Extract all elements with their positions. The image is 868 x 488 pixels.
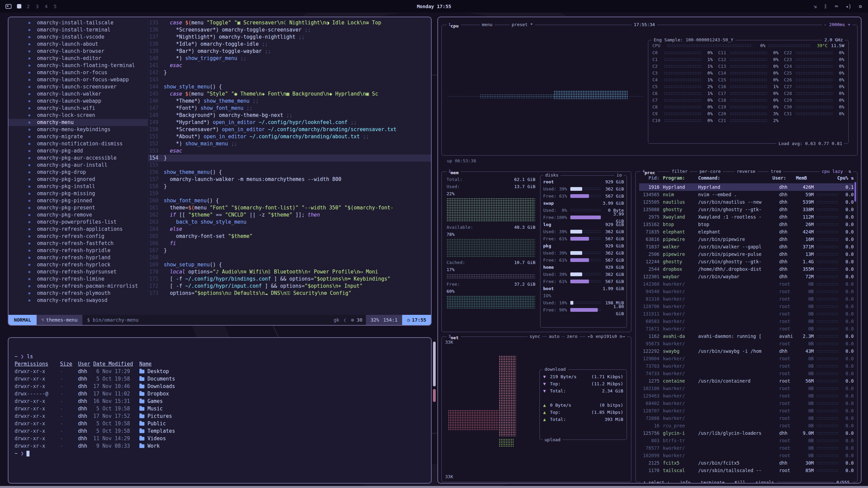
code-line[interactable]: 150 *Screensaver*) open_in_editor ~/.con… — [148, 126, 431, 133]
process-row[interactable]: 72088 kworker/ root 0B 0.0 — [639, 414, 854, 422]
per-core-button[interactable]: per-core — [697, 169, 723, 174]
process-row[interactable]: 76577 kworker/ root 0B 0.0 — [639, 444, 854, 452]
file-item[interactable]: ✱ omarchy-menu — [8, 119, 148, 126]
file-item[interactable]: ✱ omarchy-refresh-hyprland — [8, 254, 148, 261]
code-line[interactable]: 152 *) show_main_menu ;; — [148, 140, 431, 147]
file-item[interactable]: ✱ omarchy-install-tailscale — [8, 19, 148, 26]
file-item[interactable]: ✱ omarchy-lock-screen — [8, 112, 148, 119]
code-editor[interactable]: 135 case $(menu "Toggle" "▣ Screensaver\… — [148, 17, 431, 315]
process-row[interactable]: 73703 kworker/ root 0B 0.0 — [639, 362, 854, 370]
process-row[interactable]: 2125 fcitx5 /usr/bin/fcitx5 dhh 30M 0.0 — [639, 459, 854, 467]
file-item[interactable]: ✱ omarchy-pkg-aur-install — [8, 162, 148, 169]
screencast-icon[interactable]: ⇲ — [814, 3, 817, 9]
process-row[interactable]: 142360 kworker/ root 0B 0.0 — [639, 280, 854, 288]
code-line[interactable]: 159 — [148, 190, 431, 197]
file-item[interactable]: ✱ omarchy-powerprofiles-list — [8, 219, 148, 226]
code-line[interactable]: 147 *Font*) show_font_menu ;; — [148, 105, 431, 112]
process-row[interactable]: 1170 tailscal /usr/sbin/tailscaled -- ro… — [639, 467, 854, 474]
code-line[interactable]: 158 } — [148, 183, 431, 190]
code-line[interactable]: 153 esac — [148, 147, 431, 155]
process-row[interactable]: 125756 glycin-i /usr/lib/glycin-loaders … — [639, 429, 854, 437]
file-item[interactable]: ✱ omarchy-pkg-install — [8, 183, 148, 190]
sort-arrows-icon[interactable]: ⇅ — [846, 169, 853, 174]
file-item[interactable]: ✱ omarchy-launch-wifi — [8, 105, 148, 112]
process-row[interactable]: 128706 kworker/ root 0B 0.0 — [639, 303, 854, 310]
process-row[interactable]: 68583 kworker/ root 0B 0.0 — [639, 318, 854, 325]
process-row[interactable]: 2544 dropbox /home/dhh/.dropbox-dist dhh… — [639, 265, 854, 273]
keyboard-icon[interactable]: ⌨ — [835, 3, 838, 9]
io-mode-button[interactable]: io — [614, 172, 624, 178]
code-line[interactable]: 140 *) show_trigger_menu ;; — [148, 55, 431, 62]
prompt-line-2[interactable]: ~ ❯ — [15, 450, 431, 457]
reverse-button[interactable]: reverse — [735, 169, 757, 174]
process-row[interactable]: 129004 kworker/ root 0B 0.0 — [639, 355, 854, 362]
file-item[interactable]: ✱ omarchy-refresh-plymouth — [8, 290, 148, 297]
code-line[interactable]: 168 — [148, 254, 431, 261]
file-item[interactable]: ✱ omarchy-pkg-present — [8, 204, 148, 211]
process-row[interactable]: 134565 nvim nvim --embed . dhh 59M 0.0 — [639, 191, 854, 198]
file-item[interactable]: ✱ omarchy-refresh-hyprlock — [8, 261, 148, 268]
footer-action[interactable]: signals — [755, 480, 774, 484]
footer-action[interactable]: info — [680, 480, 690, 484]
code-line[interactable]: 135 case $(menu "Toggle" "▣ Screensaver\… — [148, 19, 431, 26]
process-row[interactable]: 102099 kworker/ root 0B 0.0 — [639, 452, 854, 459]
code-line[interactable]: 157 omarchy-launch-walker -m menus:omarc… — [148, 176, 431, 183]
process-row[interactable]: 122292 swaybg /usr/bin/swaybg -i /hom dh… — [639, 347, 854, 355]
code-line[interactable]: 169 show_setup_menu() { — [148, 261, 431, 268]
code-line[interactable]: 148 *Background*) omarchy-theme-bg-next … — [148, 112, 431, 119]
code-line[interactable]: 144 show_style_menu() { — [148, 83, 431, 90]
code-line[interactable]: 161 theme=$(menu "Font" "$(omarchy-font-… — [148, 204, 431, 211]
omarchy-logo-icon[interactable] — [5, 4, 12, 9]
code-line[interactable]: 141 esac — [148, 62, 431, 69]
process-row[interactable]: 68402 kworker/ root 0B 0.0 — [639, 400, 854, 407]
code-line[interactable]: 170 local options="♪ Audio\n≋ Wifi\nᛒ Bl… — [148, 268, 431, 276]
process-row[interactable]: 2506 pipewire /usr/bin/pipewire-pulse dh… — [639, 250, 854, 258]
code-line[interactable]: 156 show_theme_menu() { — [148, 169, 431, 176]
file-item[interactable]: ✱ omarchy-launch-or-focus — [8, 69, 148, 76]
code-line[interactable]: 163 back_to show_style_menu — [148, 219, 431, 226]
file-item[interactable]: ✱ omarchy-refresh-hypridle — [8, 247, 148, 254]
net-zero-button[interactable]: zero — [565, 334, 579, 339]
btop-menu-button[interactable]: menu — [480, 22, 494, 27]
filter-button[interactable]: filter — [670, 169, 690, 174]
btop-window[interactable]: 1cpu menu preset * 17:55:34 - 2000ms + E… — [437, 17, 862, 484]
code-line[interactable]: 139 *Bar*) omarchy-toggle-waybar ;; — [148, 48, 431, 55]
process-row[interactable]: 2975 Xwayland Xwayland :1 -rootless - dh… — [639, 213, 854, 221]
file-item[interactable]: ✱ omarchy-install-terminal — [8, 26, 148, 34]
net-sync-button[interactable]: sync — [528, 334, 542, 339]
file-item[interactable]: ✱ omarchy-pkg-drop — [8, 169, 148, 176]
file-item[interactable]: ✱ omarchy-launch-about — [8, 41, 148, 48]
workspace-button[interactable]: 2 — [27, 4, 29, 9]
process-row[interactable]: 122301 waybar /usr/bin/waybar dhh 72M 0.… — [639, 273, 854, 280]
process-row[interactable]: 74733 kworker/ root 0B 0.0 — [639, 370, 854, 377]
bluetooth-icon[interactable]: ᛒ — [824, 3, 827, 9]
file-item[interactable]: ✱ omarchy-pkg-ignored — [8, 176, 148, 183]
file-item[interactable]: ✱ omarchy-refresh-config — [8, 233, 148, 240]
file-item[interactable]: ✱ omarchy-launch-screensaver — [8, 83, 148, 90]
code-line[interactable]: 162 if [[ "$theme" == "CNCLD" || -z "$th… — [148, 211, 431, 219]
terminal-window[interactable]: ~ ❯ ls PermissionsSizeUserDate ModifiedN… — [8, 337, 432, 484]
file-item[interactable]: ✱ omarchy-launch-editor — [8, 55, 148, 62]
code-line[interactable]: 142 } — [148, 69, 431, 76]
process-row[interactable]: 71835 elephant elephant dhh 424M 0.0 — [639, 228, 854, 236]
process-row[interactable]: 1916 Hyprland Hyprland dhh 426M 0.1 — [639, 183, 854, 191]
file-item[interactable]: ✱ omarchy-launch-or-focus-webapp — [8, 76, 148, 83]
net-auto-button[interactable]: auto — [547, 334, 561, 339]
file-item[interactable]: ✱ omarchy-refresh-swayosd — [8, 297, 148, 304]
settings-icon[interactable]: ⚙ — [859, 3, 862, 9]
process-row[interactable]: 1162 avahi-da avahi-daemon: running [ av… — [639, 332, 854, 340]
file-item[interactable]: ✱ omarchy-migrate — [8, 133, 148, 140]
file-item[interactable]: ✱ omarchy-launch-webapp — [8, 98, 148, 105]
file-item[interactable]: ✱ omarchy-install-vscode — [8, 34, 148, 41]
file-item[interactable]: ✱ omarchy-launch-floating-terminal — [8, 62, 148, 69]
process-scrollbar[interactable] — [854, 182, 856, 202]
process-row[interactable]: 129463 kworker/ root 0B 0.0 — [639, 392, 854, 400]
workspace-active-indicator[interactable] — [17, 4, 21, 8]
file-item[interactable]: ✱ omarchy-pkg-remove — [8, 211, 148, 219]
process-row[interactable]: 12244 ghostty /usr/bin/ghostty --gtk- dh… — [639, 258, 854, 265]
btop-preset-button[interactable]: preset * — [510, 22, 535, 27]
file-item[interactable]: ✱ omarchy-refresh-applications — [8, 226, 148, 233]
code-line[interactable]: 154 } — [148, 155, 431, 162]
file-item[interactable]: ✱ omarchy-menu-keybindings — [8, 126, 148, 133]
file-item[interactable]: ✱ omarchy-refresh-hyprsunset — [8, 268, 148, 276]
